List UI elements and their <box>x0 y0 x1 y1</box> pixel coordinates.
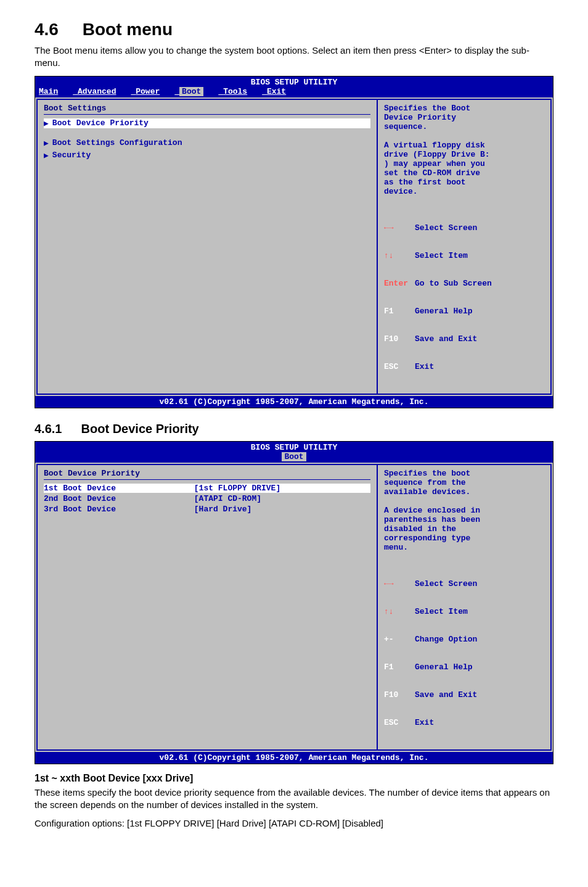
tab-exit[interactable]: Exit <box>267 87 286 96</box>
option-heading: 1st ~ xxth Boot Device [xxx Drive] <box>35 773 553 784</box>
bios-title: BIOS SETUP UTILITY <box>35 76 553 87</box>
bios-footer: v02.61 (C)Copyright 1985-2007, American … <box>35 396 553 408</box>
bios-menubar: Main Advanced Power Boot Tools Exit <box>35 87 553 97</box>
row-label: 1st Boot Device <box>44 484 194 493</box>
subsection-title: Boot Device Priority <box>81 422 199 435</box>
nav-text: Save and Exit <box>415 334 477 344</box>
nav-key-pm: +- <box>384 635 415 644</box>
row-value: [1st FLOPPY DRIVE] <box>194 484 370 493</box>
bios-left-panel: Boot Settings ▶ Boot Device Priority ▶ B… <box>36 99 377 395</box>
boot-device-row-3[interactable]: 3rd Boot Device [Hard Drive] <box>44 505 370 514</box>
nav-text: Exit <box>415 718 434 727</box>
section-heading: 4.6 Boot menu <box>35 20 553 39</box>
bios-title: BIOS SETUP UTILITY <box>35 442 553 452</box>
bios-footer: v02.61 (C)Copyright 1985-2007, American … <box>35 752 553 764</box>
arrow-ud-icon: ↑↓ <box>384 251 394 260</box>
paragraph-2: Configuration options: [1st FLOPPY DRIVE… <box>35 817 553 830</box>
subsection-heading: 4.6.1 Boot Device Priority <box>35 422 553 436</box>
bios-menubar-single: Boot <box>35 452 553 463</box>
nav-key-esc: ESC <box>384 718 415 727</box>
item-label: Security <box>52 151 91 160</box>
paragraph-1: These items specify the boot device prio… <box>35 786 553 812</box>
boot-device-row-1[interactable]: 1st Boot Device [1st FLOPPY DRIVE] <box>44 484 370 493</box>
nav-text: Select Screen <box>415 579 477 588</box>
item-label: Boot Device Priority <box>52 118 149 128</box>
menu-item-boot-settings-config[interactable]: ▶ Boot Settings Configuration <box>44 138 370 148</box>
arrow-lr-icon: ←→ <box>384 223 394 233</box>
tab-boot[interactable]: Boot <box>282 452 306 461</box>
nav-text: Save and Exit <box>415 690 477 699</box>
nav-text: General Help <box>415 662 473 672</box>
tab-power[interactable]: Power <box>136 87 160 96</box>
boot-device-row-2[interactable]: 2nd Boot Device [ATAPI CD-ROM] <box>44 494 370 503</box>
intro-paragraph: The Boot menu items allow you to change … <box>35 44 553 70</box>
row-label: 3rd Boot Device <box>44 505 194 514</box>
bios-left-panel: Boot Device Priority 1st Boot Device [1s… <box>36 464 377 751</box>
row-label: 2nd Boot Device <box>44 494 194 503</box>
row-value: [Hard Drive] <box>194 505 370 514</box>
nav-text: Select Item <box>415 607 468 616</box>
help-text: Specifies the boot sequence from the ava… <box>384 469 544 552</box>
tab-advanced[interactable]: Advanced <box>78 87 116 96</box>
arrow-ud-icon: ↑↓ <box>384 607 394 616</box>
nav-key-enter: Enter <box>384 279 415 288</box>
bios-boot-settings: BIOS SETUP UTILITY Main Advanced Power B… <box>35 76 553 408</box>
submenu-arrow-icon: ▶ <box>44 118 49 128</box>
item-label: Boot Settings Configuration <box>52 138 182 147</box>
panel-heading: Boot Settings <box>44 104 370 113</box>
section-number: 4.6 <box>35 20 78 39</box>
panel-heading: Boot Device Priority <box>44 469 370 478</box>
nav-key-f10: F10 <box>384 690 415 699</box>
bios-help-panel: Specifies the boot sequence from the ava… <box>377 464 552 751</box>
help-text: Specifies the Boot Device Priority seque… <box>384 104 544 196</box>
submenu-arrow-icon: ▶ <box>44 151 49 160</box>
nav-text: Select Item <box>415 251 468 260</box>
nav-key-esc: ESC <box>384 362 415 371</box>
nav-key-f1: F1 <box>384 307 415 316</box>
row-value: [ATAPI CD-ROM] <box>194 494 370 503</box>
nav-key-f1: F1 <box>384 662 415 672</box>
nav-block: ←→Select Screen ↑↓Select Item EnterGo to… <box>384 205 544 390</box>
section-title: Boot menu <box>83 20 173 39</box>
nav-text: Go to Sub Screen <box>415 279 492 288</box>
tab-boot[interactable]: Boot <box>179 87 203 96</box>
bios-boot-device-priority: BIOS SETUP UTILITY Boot Boot Device Prio… <box>35 441 553 764</box>
submenu-arrow-icon: ▶ <box>44 138 49 148</box>
tab-tools[interactable]: Tools <box>223 87 247 96</box>
menu-item-security[interactable]: ▶ Security <box>44 151 370 160</box>
nav-text: General Help <box>415 307 473 316</box>
bios-help-panel: Specifies the Boot Device Priority seque… <box>377 99 552 395</box>
nav-text: Change Option <box>415 635 477 644</box>
subsection-number: 4.6.1 <box>35 422 78 436</box>
nav-text: Select Screen <box>415 223 477 233</box>
nav-key-f10: F10 <box>384 334 415 344</box>
arrow-lr-icon: ←→ <box>384 579 394 588</box>
menu-item-boot-device-priority[interactable]: ▶ Boot Device Priority <box>44 118 370 128</box>
nav-text: Exit <box>415 362 434 371</box>
tab-main[interactable]: Main <box>39 87 58 96</box>
nav-block: ←→Select Screen ↑↓Select Item +-Change O… <box>384 561 544 746</box>
